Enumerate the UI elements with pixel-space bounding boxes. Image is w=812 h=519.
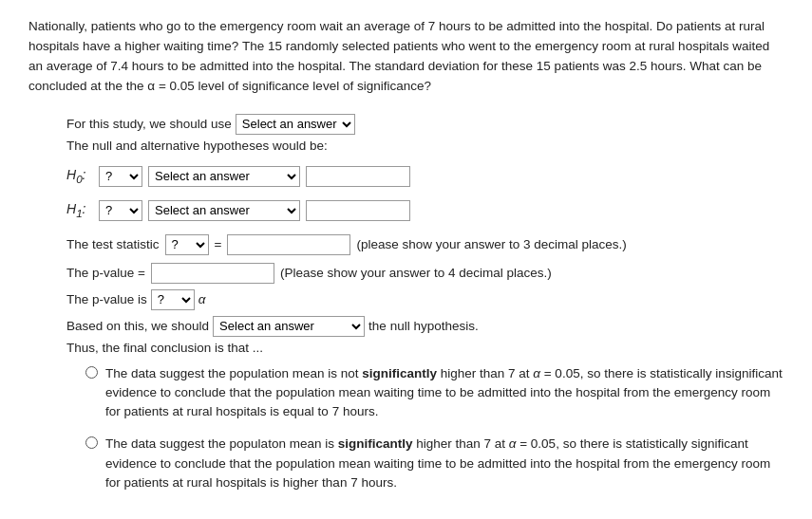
conclusion-text-1: The data suggest the population mean is … [105,364,784,422]
h1-row: H1: ? = ≠ < > ≤ ≥ Select an answer μ = 7… [66,200,784,221]
test-stat-label: The test statistic [66,237,160,251]
pvalue-is-label: The p-value is [66,292,147,306]
h1-label: H1: [66,201,93,219]
pvalue-note: (Please show your answer to 4 decimal pl… [280,266,552,280]
pvalue-is-row: The p-value is ? = ≠ < > ≤ ≥ α [66,289,784,310]
h1-symbol-select[interactable]: ? = ≠ < > ≤ ≥ [99,200,142,221]
h0-symbol-select[interactable]: ? = ≠ < > ≤ ≥ [99,166,142,187]
based-on-row: Based on this, we should Select an answe… [66,316,784,337]
based-label: Based on this, we should [66,319,209,333]
test-stat-symbol-select[interactable]: ? = t z [165,234,209,255]
pvalue-compare-select[interactable]: ? = ≠ < > ≤ ≥ [151,289,195,310]
h1-answer-select[interactable]: Select an answer μ = 7 μ ≠ 7 μ < 7 μ > 7 [148,200,300,221]
h1-input-box [306,200,410,221]
study-use-select[interactable]: Select an answer t-test z-test chi-squar… [236,114,355,135]
null-hyp-label: the null hypothesis. [368,319,479,333]
radio-2[interactable] [85,436,98,449]
conclusion-item-2: The data suggest the populaton mean is s… [85,435,784,492]
pvalue-input[interactable] [151,263,274,284]
test-stat-input[interactable] [227,234,350,255]
based-select[interactable]: Select an answer reject fail to reject a… [213,316,365,337]
pvalue-label: The p-value = [66,266,145,280]
intro-paragraph: Nationally, patients who go to the emerg… [28,17,784,97]
equals-sign: = [215,237,222,251]
radio-1[interactable] [85,366,98,379]
h0-label: H0: [66,167,93,185]
h0-input-box [306,166,410,187]
study-use-label: For this study, we should use [66,117,232,131]
thus-row: Thus, the final conclusion is that ... [66,341,784,355]
study-use-row: For this study, we should use Select an … [66,114,784,135]
conclusions-list: The data suggest the population mean is … [85,364,784,493]
test-stat-note: (please show your answer to 3 decimal pl… [356,237,626,251]
alpha-symbol: α [198,292,206,306]
conclusion-item-1: The data suggest the population mean is … [85,364,784,422]
conclusion-text-2: The data suggest the populaton mean is s… [105,435,784,492]
h0-row: H0: ? = ≠ < > ≤ ≥ Select an answer μ = 7… [66,166,784,187]
null-alt-label: The null and alternative hypotheses woul… [66,139,784,153]
test-stat-row: The test statistic ? = t z = (please sho… [66,234,784,255]
pvalue-row: The p-value = (Please show your answer t… [66,263,784,284]
h0-answer-select[interactable]: Select an answer μ = 7 μ ≠ 7 μ < 7 μ > 7 [148,166,300,187]
